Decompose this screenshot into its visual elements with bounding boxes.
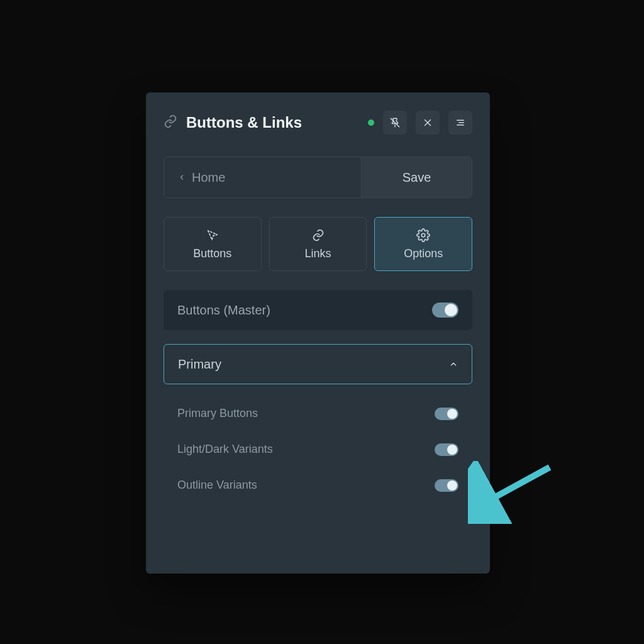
save-button[interactable]: Save [361,157,472,197]
option-label: Outline Variants [177,479,257,492]
option-label: Light/Dark Variants [177,443,273,456]
accordion-primary[interactable]: Primary [164,344,472,384]
cursor-icon [206,228,219,242]
menu-button[interactable] [448,111,472,135]
option-outline-variants: Outline Variants [167,467,469,503]
panel-header: Buttons & Links [164,110,472,135]
save-label: Save [402,170,431,185]
tab-label: Links [304,247,331,260]
tab-label: Options [404,247,443,260]
master-toggle[interactable] [432,303,458,318]
options-list: Primary Buttons Light/Dark Variants Outl… [164,396,472,503]
unpin-button[interactable] [383,111,407,135]
nav-row: Home Save [164,157,472,198]
chain-icon [311,228,325,242]
chevron-up-icon [449,360,458,369]
master-toggle-row: Buttons (Master) [164,290,472,330]
tab-label: Buttons [193,247,231,260]
svg-point-6 [421,233,425,237]
option-primary-buttons: Primary Buttons [167,396,469,431]
tab-links[interactable]: Links [269,217,367,271]
tab-bar: Buttons Links Options [164,217,472,271]
home-button[interactable]: Home [164,157,361,197]
svg-line-8 [480,467,550,505]
option-toggle[interactable] [435,408,458,420]
option-toggle[interactable] [435,443,458,456]
link-icon [164,114,177,131]
chevron-left-icon [178,174,186,181]
gear-icon [416,228,430,242]
settings-panel: Buttons & Links Home Save Buttons Links [146,92,490,574]
option-toggle[interactable] [435,479,458,492]
status-dot [368,119,374,126]
master-toggle-label: Buttons (Master) [177,303,270,318]
tab-options[interactable]: Options [374,217,472,271]
home-label: Home [192,170,225,185]
option-label: Primary Buttons [177,407,258,420]
close-button[interactable] [416,111,440,135]
accordion-label: Primary [178,357,221,372]
tab-buttons[interactable]: Buttons [164,217,262,271]
option-light-dark-variants: Light/Dark Variants [167,431,469,467]
panel-title: Buttons & Links [186,114,302,131]
